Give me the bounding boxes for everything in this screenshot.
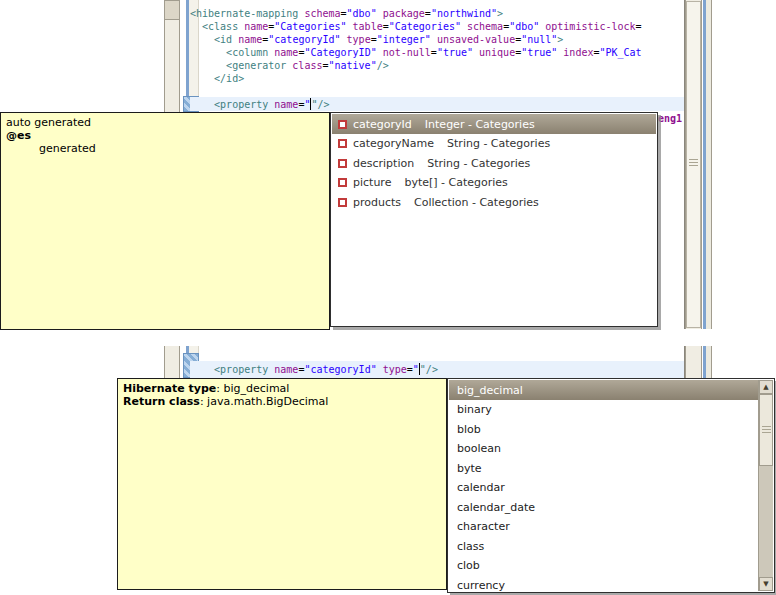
completion-item-detail: byte[] - Categories	[404, 176, 507, 189]
completion-item[interactable]: class	[449, 537, 758, 557]
down-arrow-icon: ▼	[763, 580, 768, 588]
completion-item[interactable]: categoryNameString - Categories	[332, 134, 656, 154]
return-class-value: : java.math.BigDecimal	[200, 395, 328, 408]
completion-item[interactable]: categoryIdInteger - Categories	[332, 114, 656, 134]
code-line: <property name="categoryId" type=""/>	[190, 363, 684, 376]
completion-popup-types: big_decimalbinaryblobbooleanbytecalendar…	[447, 378, 775, 593]
top-right-outer-bar	[706, 0, 712, 329]
completion-item[interactable]: calendar_date	[449, 498, 758, 518]
field-icon	[338, 139, 347, 148]
completion-item[interactable]: clob	[449, 556, 758, 576]
hibernate-type-line: Hibernate type: big_decimal	[123, 382, 441, 395]
completion-item[interactable]: currency	[449, 576, 758, 592]
clipped-code-text: eng1	[658, 113, 682, 124]
scroll-down-button[interactable]: ▼	[759, 577, 773, 591]
code-line: <column name="CategoryID" not-null="true…	[190, 46, 684, 59]
completion-item[interactable]: binary	[449, 400, 758, 420]
completion-item-name: categoryName	[353, 137, 434, 150]
completion-list-properties[interactable]: categoryIdInteger - CategoriescategoryNa…	[332, 114, 656, 325]
completion-item[interactable]: character	[449, 517, 758, 537]
ide-screenshot: <hibernate-mapping schema="dbo" package=…	[0, 0, 776, 595]
up-arrow-icon: ▲	[763, 383, 768, 391]
completion-item-name: description	[353, 157, 414, 170]
return-class-line: Return class: java.math.BigDecimal	[123, 395, 441, 408]
completion-item-detail: Integer - Categories	[425, 118, 535, 131]
doc-line-2: @es	[6, 129, 324, 142]
field-icon	[338, 198, 347, 207]
scroll-up-button[interactable]: ▲	[759, 380, 773, 394]
field-icon	[338, 120, 347, 129]
top-left-scrollbar-thumb[interactable]	[164, 0, 180, 20]
doc-tooltip-bottom: Hibernate type: big_decimal Return class…	[117, 378, 447, 590]
code-line: <property name=""/>	[190, 98, 684, 111]
code-line: <hibernate-mapping schema="dbo" package=…	[190, 7, 684, 20]
bottom-code-area[interactable]: <property name="categoryId" type=""/>	[190, 363, 684, 377]
completion-item-name: products	[353, 196, 401, 209]
doc-line-3: generated	[6, 142, 324, 155]
doc-line-1: auto generated	[6, 116, 324, 129]
types-scrollbar-grip	[762, 426, 771, 434]
return-class-label: Return class	[123, 395, 200, 408]
top-right-scrollbar-grip	[689, 159, 698, 167]
completion-item[interactable]: byte	[449, 459, 758, 479]
completion-list-types[interactable]: big_decimalbinaryblobbooleanbytecalendar…	[449, 380, 758, 591]
field-icon	[338, 159, 347, 168]
completion-item[interactable]: productsCollection - Categories	[332, 193, 656, 213]
hibernate-type-label: Hibernate type	[123, 382, 216, 395]
completion-item[interactable]: descriptionString - Categories	[332, 154, 656, 174]
bottom-right-scrollbar[interactable]	[685, 346, 702, 378]
completion-item[interactable]: picturebyte[] - Categories	[332, 173, 656, 193]
top-code-area[interactable]: <hibernate-mapping schema="dbo" package=…	[190, 7, 684, 113]
completion-item-detail: String - Categories	[447, 137, 550, 150]
field-icon	[338, 178, 347, 187]
completion-item-name: categoryId	[353, 118, 412, 131]
completion-item-detail: Collection - Categories	[414, 196, 539, 209]
bottom-right-outer-bar	[706, 346, 712, 378]
code-line	[190, 85, 684, 98]
completion-item-detail: String - Categories	[427, 157, 530, 170]
completion-item[interactable]: blob	[449, 420, 758, 440]
types-scrollbar-thumb[interactable]	[759, 394, 773, 466]
completion-item-name: picture	[353, 176, 391, 189]
code-line: <id name="categoryId" type="integer" uns…	[190, 33, 684, 46]
types-scrollbar[interactable]: ▲ ▼	[758, 380, 773, 591]
code-line: <class name="Categories" table="Categori…	[190, 20, 684, 33]
bottom-left-scrollbar[interactable]	[164, 346, 180, 378]
completion-popup-properties: categoryIdInteger - CategoriescategoryNa…	[330, 112, 658, 327]
completion-item[interactable]: calendar	[449, 478, 758, 498]
completion-item[interactable]: boolean	[449, 439, 758, 459]
code-line: </id>	[190, 72, 684, 85]
completion-item[interactable]: big_decimal	[449, 380, 758, 400]
hibernate-type-value: : big_decimal	[216, 382, 289, 395]
code-line: <generator class="native"/>	[190, 59, 684, 72]
doc-tooltip-top: auto generated @es generated	[0, 112, 330, 330]
